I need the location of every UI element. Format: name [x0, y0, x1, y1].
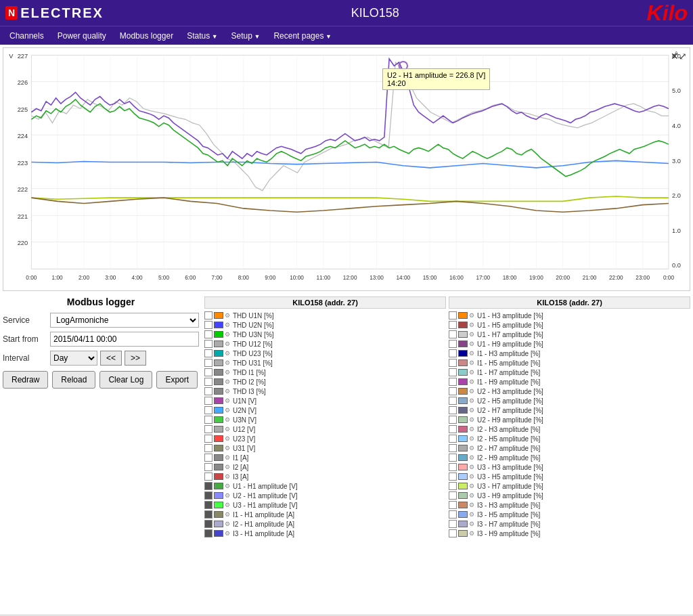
legend-gear-icon[interactable]: ⚙: [225, 369, 231, 376]
legend-checkbox[interactable]: [204, 510, 213, 519]
legend-gear-icon[interactable]: ⚙: [225, 322, 231, 328]
redraw-button[interactable]: Redraw: [3, 371, 48, 389]
legend-checkbox[interactable]: [449, 406, 457, 414]
legend-gear-icon[interactable]: ⚙: [469, 426, 476, 433]
legend-checkbox[interactable]: [449, 454, 457, 462]
legend-gear-icon[interactable]: ⚙: [469, 407, 476, 414]
legend-gear-icon[interactable]: ⚙: [225, 350, 231, 357]
reload-button[interactable]: Reload: [52, 371, 95, 389]
legend-checkbox[interactable]: [449, 491, 457, 500]
legend-checkbox[interactable]: [204, 444, 213, 452]
legend-checkbox[interactable]: [204, 435, 213, 443]
legend-checkbox[interactable]: [449, 501, 457, 509]
legend-gear-icon[interactable]: ⚙: [225, 492, 231, 499]
nav-recent-pages[interactable]: Recent pages: [267, 28, 338, 43]
legend-gear-icon[interactable]: ⚙: [225, 502, 231, 508]
legend-gear-icon[interactable]: ⚙: [225, 312, 231, 319]
nav-setup[interactable]: Setup: [225, 28, 267, 43]
legend-checkbox[interactable]: [449, 378, 457, 386]
legend-checkbox[interactable]: [449, 397, 457, 405]
legend-checkbox[interactable]: [449, 340, 457, 348]
legend-gear-icon[interactable]: ⚙: [225, 340, 231, 347]
legend-checkbox[interactable]: [449, 472, 457, 481]
legend-gear-icon[interactable]: ⚙: [225, 378, 231, 385]
legend-gear-icon[interactable]: ⚙: [469, 454, 476, 461]
legend-checkbox[interactable]: [449, 435, 457, 443]
interval-select[interactable]: Day Hour Minute: [50, 351, 97, 366]
legend-gear-icon[interactable]: ⚙: [469, 312, 476, 319]
nav-modbus-logger[interactable]: Modbus logger: [113, 28, 180, 43]
legend-gear-icon[interactable]: ⚙: [469, 416, 476, 423]
legend-checkbox[interactable]: [449, 387, 457, 395]
legend-checkbox[interactable]: [204, 425, 213, 433]
legend-gear-icon[interactable]: ⚙: [225, 521, 231, 527]
legend-gear-icon[interactable]: ⚙: [469, 511, 476, 518]
legend-checkbox[interactable]: [449, 425, 457, 433]
legend-checkbox[interactable]: [204, 529, 213, 537]
legend-checkbox[interactable]: [449, 311, 457, 320]
legend-checkbox[interactable]: [204, 311, 213, 320]
legend-checkbox[interactable]: [204, 491, 213, 500]
clear-log-button[interactable]: Clear Log: [99, 371, 152, 389]
legend-gear-icon[interactable]: ⚙: [225, 407, 231, 414]
legend-checkbox[interactable]: [204, 520, 213, 528]
next-button[interactable]: >>: [125, 351, 146, 366]
legend-checkbox[interactable]: [204, 321, 213, 329]
nav-power-quality[interactable]: Power quality: [51, 28, 113, 43]
legend-gear-icon[interactable]: ⚙: [469, 530, 476, 537]
legend-gear-icon[interactable]: ⚙: [469, 359, 476, 366]
legend-checkbox[interactable]: [204, 472, 213, 481]
legend-gear-icon[interactable]: ⚙: [469, 331, 476, 338]
legend-gear-icon[interactable]: ⚙: [225, 388, 231, 395]
start-input[interactable]: [50, 332, 199, 347]
legend-gear-icon[interactable]: ⚙: [469, 483, 476, 489]
chart-expand-icon[interactable]: ✕⤢: [671, 51, 687, 62]
legend-gear-icon[interactable]: ⚙: [225, 416, 231, 423]
legend-checkbox[interactable]: [204, 378, 213, 386]
legend-checkbox[interactable]: [204, 387, 213, 395]
legend-checkbox[interactable]: [449, 349, 457, 357]
legend-gear-icon[interactable]: ⚙: [225, 473, 231, 480]
legend-gear-icon[interactable]: ⚙: [469, 350, 476, 357]
legend-checkbox[interactable]: [449, 359, 457, 367]
legend-checkbox[interactable]: [204, 454, 213, 462]
service-select[interactable]: LogArmoniche: [50, 313, 199, 328]
legend-checkbox[interactable]: [449, 463, 457, 471]
legend-gear-icon[interactable]: ⚙: [469, 340, 476, 347]
legend-gear-icon[interactable]: ⚙: [469, 445, 476, 452]
legend-checkbox[interactable]: [204, 416, 213, 424]
legend-gear-icon[interactable]: ⚙: [225, 331, 231, 338]
legend-checkbox[interactable]: [449, 482, 457, 490]
legend-gear-icon[interactable]: ⚙: [225, 426, 231, 433]
legend-gear-icon[interactable]: ⚙: [469, 322, 476, 328]
legend-gear-icon[interactable]: ⚙: [225, 397, 231, 404]
legend-checkbox[interactable]: [449, 444, 457, 452]
legend-gear-icon[interactable]: ⚙: [469, 388, 476, 395]
legend-gear-icon[interactable]: ⚙: [225, 483, 231, 489]
legend-checkbox[interactable]: [449, 529, 457, 537]
legend-gear-icon[interactable]: ⚙: [469, 397, 476, 404]
legend-gear-icon[interactable]: ⚙: [225, 454, 231, 461]
legend-checkbox[interactable]: [204, 368, 213, 376]
legend-gear-icon[interactable]: ⚙: [225, 435, 231, 442]
legend-checkbox[interactable]: [204, 359, 213, 367]
legend-checkbox[interactable]: [449, 416, 457, 424]
legend-gear-icon[interactable]: ⚙: [225, 530, 231, 537]
legend-checkbox[interactable]: [449, 510, 457, 519]
nav-channels[interactable]: Channels: [3, 28, 51, 43]
legend-checkbox[interactable]: [204, 330, 213, 338]
legend-checkbox[interactable]: [204, 340, 213, 348]
legend-checkbox[interactable]: [204, 501, 213, 509]
legend-gear-icon[interactable]: ⚙: [469, 521, 476, 527]
legend-checkbox[interactable]: [204, 406, 213, 414]
legend-gear-icon[interactable]: ⚙: [225, 464, 231, 470]
legend-checkbox[interactable]: [204, 463, 213, 471]
nav-status[interactable]: Status: [180, 28, 224, 43]
legend-gear-icon[interactable]: ⚙: [469, 369, 476, 376]
legend-gear-icon[interactable]: ⚙: [225, 511, 231, 518]
legend-gear-icon[interactable]: ⚙: [225, 445, 231, 452]
legend-gear-icon[interactable]: ⚙: [469, 435, 476, 442]
legend-checkbox[interactable]: [204, 482, 213, 490]
legend-gear-icon[interactable]: ⚙: [469, 502, 476, 508]
legend-checkbox[interactable]: [449, 520, 457, 528]
